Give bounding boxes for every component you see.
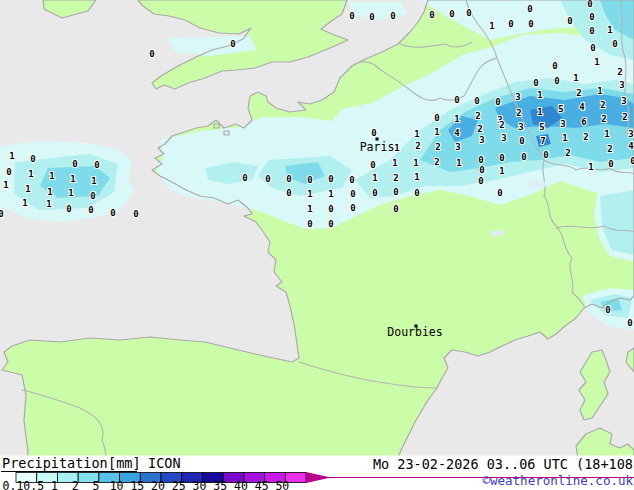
precip-value: 0 [393,204,398,214]
precip-value: 0 [350,203,355,213]
precip-value: 1 [70,174,75,184]
legend-title: Precipitation [2,455,108,471]
precip-value: 6 [581,117,586,127]
scale-tick-label: 45 [255,479,269,490]
precip-value: 3 [518,122,523,132]
scale-tick-label: 50 [275,479,289,490]
precip-value: 0 [72,159,77,169]
precip-value: 3 [621,96,626,106]
precip-value: 0 [434,113,439,123]
precip-value: 0 [242,173,247,183]
precip-value: 2 [622,112,627,122]
precip-value: 1 [454,114,459,124]
precip-value: 1 [499,166,504,176]
precip-value: 0 [0,209,4,219]
weather-map-canvas: 0000000000100001000012001213000315423012… [0,0,634,490]
precip-value: 3 [479,135,484,145]
scale-tick-label: 25 [172,479,186,490]
precip-value: 0 [286,174,291,184]
precip-value: 0 [371,128,376,138]
precip-value: 2 [516,108,521,118]
forecast-datetime: Mo 23-02-2026 03..06 UTC (18+108 [373,456,633,472]
precip-value: 1 [22,198,27,208]
precip-value: 0 [370,160,375,170]
precip-value: 2 [475,111,480,121]
precip-value: 2 [435,142,440,152]
precip-value: 1 [46,199,51,209]
precip-value: 1 [597,86,602,96]
precip-value: 1 [328,189,333,199]
precip-value: 0 [590,43,595,53]
precip-value: 0 [527,4,532,14]
scale-tick-label: 15 [130,479,144,490]
precip-value: 2 [607,144,612,154]
precip-value: 3 [515,92,520,102]
precip-value: 1 [49,171,54,181]
precip-value: 0 [533,78,538,88]
precip-value: 0 [110,208,115,218]
precip-value: 1 [47,187,52,197]
scale-tick-label: 40 [234,479,248,490]
precip-value: 1 [434,127,439,137]
precip-value: 4 [628,141,634,151]
precip-value: 0 [454,95,459,105]
precip-value: 2 [434,157,439,167]
precip-value: 0 [414,188,419,198]
precip-value: 5 [558,104,563,114]
city-label: Paris [360,140,395,154]
precip-value: 0 [519,136,524,146]
precip-value: 1 [307,204,312,214]
precip-value: 0 [479,165,484,175]
precip-value: 0 [497,188,502,198]
precip-value: 1 [91,176,96,186]
precip-value: 1 [537,90,542,100]
precip-value: 0 [393,187,398,197]
precip-value: 0 [567,16,572,26]
precip-value: 1 [414,172,419,182]
precip-value: 2 [601,114,606,124]
precip-value: 1 [594,57,599,67]
precip-value: 2 [617,67,622,77]
precip-value: 0 [495,97,500,107]
precip-value: 1 [414,129,419,139]
precip-value: 2 [600,100,605,110]
precip-value: 1 [392,158,397,168]
precip-value: 2 [415,141,420,151]
precip-value: 0 [630,156,634,166]
precip-value: 0 [508,19,513,29]
precip-value: 0 [90,191,95,201]
precip-value: 0 [369,12,374,22]
precip-value: 0 [499,153,504,163]
precip-value: 1 [537,107,542,117]
precip-value: 3 [455,142,460,152]
precip-value: 0 [466,8,471,18]
precip-value: 1 [573,73,578,83]
precip-value: 0 [230,39,235,49]
precip-value: 1 [307,189,312,199]
precip-value: 0 [587,0,592,9]
precip-value: 0 [328,174,333,184]
precip-value: 3 [501,133,506,143]
scale-tick-label: 0.1 [3,479,24,490]
precip-value: 0 [612,39,617,49]
scale-tick-label: 2 [72,479,79,490]
precip-value: 1 [456,158,461,168]
precip-value: 0 [528,19,533,29]
precip-value: 0 [552,61,557,71]
legend-units: [mm] [108,455,141,471]
scale-tick-label: 10 [110,479,124,490]
precip-value: 4 [579,102,585,112]
precip-value: 1 [394,143,399,153]
city-label: Dourbies [387,325,442,339]
precip-value: 0 [474,96,479,106]
precip-value: 3 [560,119,565,129]
precip-value: 5 [539,122,544,132]
copyright-link[interactable]: ©weatheronline.co.uk [482,473,633,488]
precip-value: 7 [540,136,545,146]
precip-value: 1 [28,169,33,179]
weather-map: 0000000000100001000012001213000315423012… [0,0,634,490]
precip-value: 0 [608,159,613,169]
legend-bar: Precipitation [mm] ICON 0.10.51251015202… [0,455,634,490]
precip-value: 0 [589,26,594,36]
precip-value: 0 [589,12,594,22]
